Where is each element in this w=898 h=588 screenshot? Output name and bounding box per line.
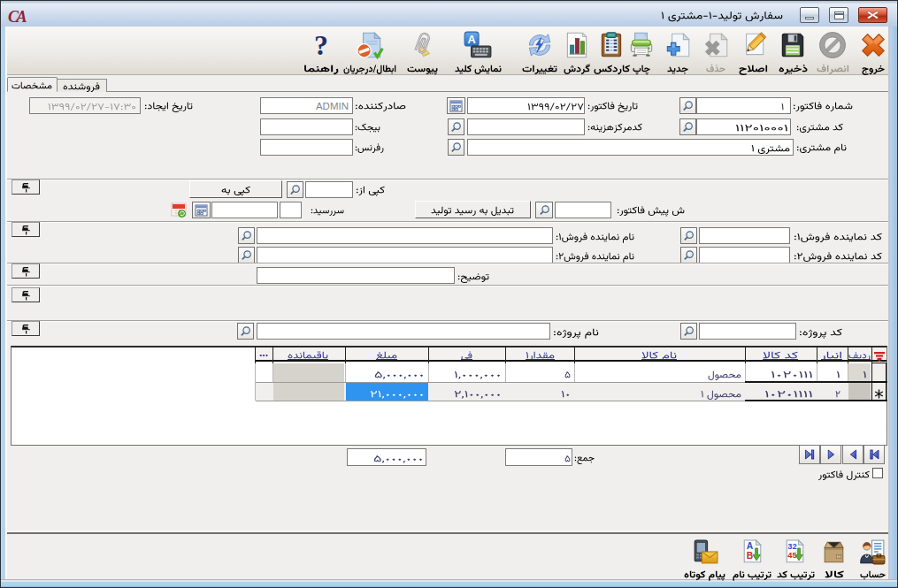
svg-text:?: ? — [314, 30, 328, 60]
svg-text:A: A — [467, 33, 475, 46]
svg-text:B: B — [747, 551, 753, 561]
